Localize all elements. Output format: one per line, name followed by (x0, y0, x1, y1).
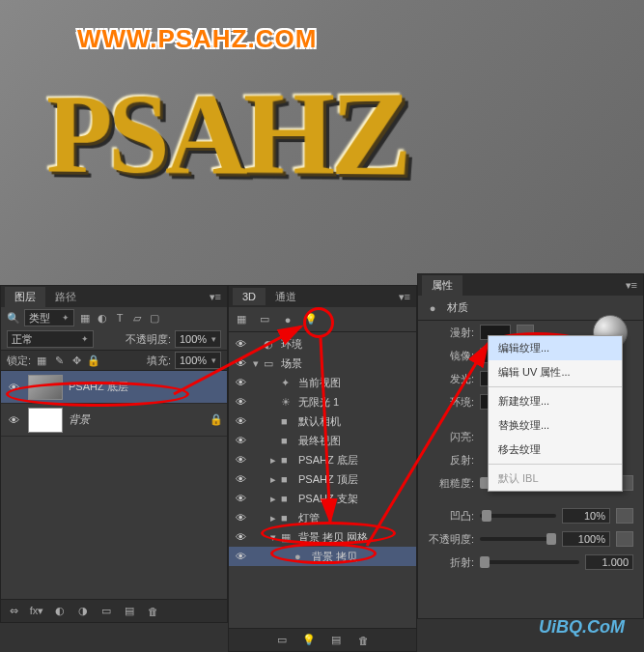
ctx-remove-texture[interactable]: 移去纹理 (489, 438, 622, 462)
visibility-icon[interactable]: 👁 (233, 357, 248, 369)
panel-menu-icon[interactable]: ▾≡ (620, 279, 643, 292)
lock-pixel-icon[interactable]: ✎ (52, 354, 66, 367)
layer-item-bg[interactable]: 👁 背景 🔒 (1, 404, 227, 437)
tab-properties[interactable]: 属性 (422, 275, 462, 296)
ctx-default-ibl[interactable]: 默认 IBL (489, 467, 622, 491)
3d-item-label: PSAHZ 支架 (298, 492, 358, 506)
mask-icon[interactable]: ◐ (53, 605, 67, 618)
render-icon[interactable]: ▭ (275, 634, 289, 647)
3d-item-label: 场景 (281, 356, 302, 371)
visibility-icon[interactable]: 👁 (233, 473, 248, 485)
3d-item-label: 最终视图 (298, 434, 341, 448)
visibility-icon[interactable]: 👁 (233, 377, 248, 388)
tab-3d[interactable]: 3D (233, 288, 266, 305)
3d-item-label: PSAHZ 底层 (298, 453, 358, 468)
adjustment-icon[interactable]: ◑ (76, 605, 90, 618)
trash-icon[interactable]: 🗑 (146, 605, 159, 618)
disclosure-icon[interactable]: ▸ (269, 493, 277, 505)
trash-icon[interactable]: 🗑 (356, 634, 370, 647)
filter-kind-select[interactable]: 类型✦ (24, 309, 74, 326)
mesh-icon: ▦ (281, 531, 294, 544)
layer-name: 背景 (69, 412, 204, 427)
ctx-replace-texture[interactable]: 替换纹理... (489, 413, 622, 438)
lock-all-icon[interactable]: 🔒 (87, 354, 100, 367)
opacity-slider[interactable] (480, 537, 556, 541)
3d-item-label: 背景 拷贝 (312, 550, 357, 564)
disclosure-icon[interactable]: ▸ (269, 473, 277, 486)
visibility-icon[interactable]: 👁 (233, 512, 248, 524)
bump-value[interactable]: 10% (562, 508, 610, 524)
filter-adjust-icon[interactable]: ◐ (96, 311, 109, 325)
shine-label: 闪亮: (428, 430, 474, 444)
disclosure-icon[interactable]: ▾ (252, 357, 260, 370)
opacity-label: 不透明度: (428, 532, 474, 547)
tab-channels[interactable]: 通道 (266, 287, 306, 307)
3d-item-selected[interactable]: 👁●背景 拷贝 (229, 547, 416, 566)
panel-menu-icon[interactable]: ▾≡ (393, 291, 416, 303)
fill-value[interactable]: 100%▾ (175, 352, 221, 369)
visibility-icon[interactable]: 👁 (233, 551, 248, 562)
visibility-icon[interactable]: 👁 (233, 493, 248, 504)
opacity-texture-btn[interactable] (616, 531, 633, 547)
search-icon[interactable]: 🔍 (7, 311, 20, 325)
panel-menu-icon[interactable]: ▾≡ (204, 291, 227, 303)
link-icon[interactable]: ⇔ (7, 605, 20, 618)
filter-pixel-icon[interactable]: ▦ (78, 311, 92, 325)
opacity-value[interactable]: 100%▾ (175, 330, 221, 348)
filter-smart-icon[interactable]: ▢ (148, 311, 161, 325)
blend-mode-select[interactable]: 正常✦ (7, 330, 94, 348)
reflect-label: 反射: (428, 453, 474, 468)
3d-item[interactable]: 👁▸■PSAHZ 底层 (229, 450, 416, 469)
disclosure-icon[interactable]: ▸ (269, 512, 277, 524)
ctx-edit-texture[interactable]: 编辑纹理... (489, 336, 622, 360)
visibility-icon[interactable]: 👁 (233, 531, 248, 543)
light-icon[interactable]: 💡 (302, 634, 316, 647)
3d-item[interactable]: 👁■默认相机 (229, 411, 416, 431)
opacity-value[interactable]: 100% (562, 531, 610, 547)
refract-slider[interactable] (480, 560, 579, 564)
filter-material-icon[interactable]: ● (281, 313, 294, 326)
lock-icon: 🔒 (210, 413, 223, 426)
3d-item[interactable]: 👁▸■PSAHZ 顶层 (229, 469, 416, 489)
blend-row: 正常✦ 不透明度: 100%▾ (1, 328, 227, 350)
lock-pos-icon[interactable]: ✥ (70, 354, 83, 367)
ctx-edit-uv[interactable]: 编辑 UV 属性... (489, 360, 622, 384)
3d-item[interactable]: 👁✦当前视图 (229, 373, 416, 392)
3d-item[interactable]: 👁▸■灯管 (229, 508, 416, 527)
ctx-new-texture[interactable]: 新建纹理... (489, 389, 622, 413)
mesh-icon: ■ (281, 493, 294, 504)
disclosure-icon[interactable]: ▸ (269, 454, 277, 467)
3d-item[interactable]: 👁◐环境 (229, 334, 416, 354)
visibility-icon[interactable]: 👁 (233, 435, 248, 446)
3d-filter-row: ▦ ▭ ● 💡 (229, 307, 416, 332)
refract-value[interactable]: 1.000 (585, 554, 633, 570)
3d-item[interactable]: 👁▾▭场景 (229, 354, 416, 373)
new-layer-icon[interactable]: ▤ (123, 605, 136, 618)
3d-item[interactable]: 👁☀无限光 1 (229, 392, 416, 411)
filter-scene-icon[interactable]: ▦ (235, 313, 248, 326)
fx-icon[interactable]: fx▾ (30, 605, 43, 618)
new-icon[interactable]: ▤ (329, 634, 343, 647)
visibility-icon[interactable]: 👁 (5, 414, 22, 426)
3d-item[interactable]: 👁▾▦背景 拷贝 网格 (229, 527, 416, 547)
bump-texture-btn[interactable] (616, 508, 633, 524)
lock-trans-icon[interactable]: ▦ (35, 354, 48, 367)
bump-slider[interactable] (480, 514, 556, 518)
group-icon[interactable]: ▭ (99, 605, 113, 618)
visibility-icon[interactable]: 👁 (233, 396, 248, 408)
filter-type-icon[interactable]: T (113, 311, 126, 325)
tab-paths[interactable]: 路径 (45, 287, 86, 307)
visibility-icon[interactable]: 👁 (5, 382, 22, 393)
disclosure-icon[interactable]: ▾ (269, 531, 277, 544)
visibility-icon[interactable]: 👁 (233, 454, 248, 466)
3d-item[interactable]: 👁■最终视图 (229, 431, 416, 450)
mesh-icon: ■ (281, 473, 294, 485)
tab-layers[interactable]: 图层 (5, 287, 45, 307)
3d-item[interactable]: 👁▸■PSAHZ 支架 (229, 489, 416, 508)
visibility-icon[interactable]: 👁 (233, 338, 248, 350)
filter-shape-icon[interactable]: ▱ (130, 311, 144, 325)
filter-mesh-icon[interactable]: ▭ (258, 313, 271, 326)
filter-light-icon[interactable]: 💡 (304, 313, 318, 326)
visibility-icon[interactable]: 👁 (233, 415, 248, 427)
layer-item-psahz[interactable]: 👁 PSAHZ 底层 (1, 371, 227, 404)
